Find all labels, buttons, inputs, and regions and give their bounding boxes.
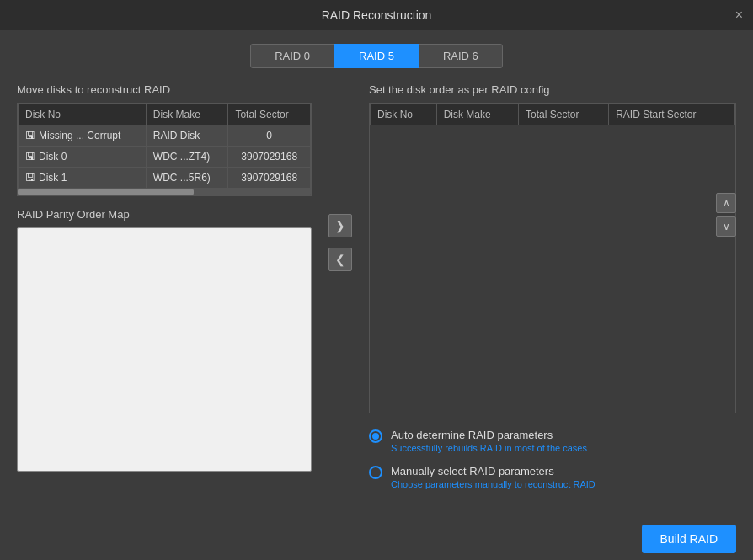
radio-manual-sub: Choose parameters manually to reconstruc… xyxy=(391,479,595,489)
tab-raid6[interactable]: RAID 6 xyxy=(419,44,503,68)
right-panel: Set the disk order as per RAID config Di… xyxy=(369,83,736,501)
left-table-header-row: Disk No Disk Make Total Sector xyxy=(19,104,311,125)
radio-manual-text: Manually select RAID parameters Choose p… xyxy=(391,465,595,489)
table-row[interactable]: 🖫Disk 0 WDC ...ZT4) 3907029168 xyxy=(19,147,311,168)
move-right-button[interactable]: ❯ xyxy=(328,214,352,237)
right-section-title: Set the disk order as per RAID config xyxy=(369,83,736,96)
right-header-diskmake: Disk Make xyxy=(436,104,518,125)
left-disk-table: Disk No Disk Make Total Sector 🖫Missing … xyxy=(18,104,311,189)
right-header-raidstartsector: RAID Start Sector xyxy=(609,104,735,125)
radio-auto-text: Auto determine RAID parameters Successfu… xyxy=(391,429,587,453)
cell-diskno: 🖫Disk 1 xyxy=(19,168,147,189)
table-row[interactable]: 🖫Missing ... Corrupt RAID Disk 0 xyxy=(19,125,311,147)
radio-auto-sub: Successfully rebuilds RAID in most of th… xyxy=(391,443,587,453)
cell-totalsector: 0 xyxy=(228,125,311,147)
main-area: Move disks to reconstruct RAID Disk No D… xyxy=(17,83,736,501)
tab-raid0[interactable]: RAID 0 xyxy=(250,44,334,68)
disk-icon: 🖫 xyxy=(25,151,35,163)
cell-diskno: 🖫Disk 0 xyxy=(19,147,147,168)
disk-icon: 🖫 xyxy=(25,130,35,141)
close-button[interactable]: × xyxy=(735,8,743,22)
right-header-diskno: Disk No xyxy=(371,104,437,125)
left-table-scroll[interactable]: Disk No Disk Make Total Sector 🖫Missing … xyxy=(18,104,311,189)
right-table-wrapper: Disk No Disk Make Total Sector RAID Star… xyxy=(369,103,736,413)
radio-section: Auto determine RAID parameters Successfu… xyxy=(369,429,736,501)
move-down-button[interactable]: ∨ xyxy=(716,216,736,237)
arrow-column: ❯ ❮ xyxy=(325,83,355,501)
cell-totalsector: 3907029168 xyxy=(228,147,311,168)
parity-section: RAID Parity Order Map xyxy=(17,208,312,501)
left-scrollbar-thumb xyxy=(18,189,194,195)
right-disk-table: Disk No Disk Make Total Sector RAID Star… xyxy=(370,104,735,125)
radio-manual-label: Manually select RAID parameters xyxy=(391,465,595,477)
build-raid-button[interactable]: Build RAID xyxy=(642,525,736,553)
tabs-row: RAID 0 RAID 5 RAID 6 xyxy=(17,44,736,68)
radio-manual-option: Manually select RAID parameters Choose p… xyxy=(369,465,736,489)
right-table-header-row: Disk No Disk Make Total Sector RAID Star… xyxy=(371,104,735,125)
cell-totalsector: 3907029168 xyxy=(228,168,311,189)
cell-diskmake: WDC ...ZT4) xyxy=(146,147,228,168)
right-header-totalsector: Total Sector xyxy=(519,104,609,125)
title-bar: RAID Reconstruction × xyxy=(0,0,753,30)
content-area: RAID 0 RAID 5 RAID 6 Move disks to recon… xyxy=(0,30,753,518)
left-panel: Move disks to reconstruct RAID Disk No D… xyxy=(17,83,312,501)
left-header-diskmake: Disk Make xyxy=(146,104,228,125)
updown-column: ∧ ∨ xyxy=(716,193,736,237)
footer: Build RAID xyxy=(0,518,753,560)
left-header-diskno: Disk No xyxy=(19,104,147,125)
left-header-totalsector: Total Sector xyxy=(228,104,311,125)
radio-auto-label: Auto determine RAID parameters xyxy=(391,429,587,441)
left-section-title: Move disks to reconstruct RAID xyxy=(17,83,312,96)
table-row[interactable]: 🖫Disk 1 WDC ...5R6) 3907029168 xyxy=(19,168,311,189)
parity-section-title: RAID Parity Order Map xyxy=(17,208,312,221)
tab-raid5[interactable]: RAID 5 xyxy=(334,44,419,68)
window: RAID Reconstruction × RAID 0 RAID 5 RAID… xyxy=(0,0,753,560)
disk-icon: 🖫 xyxy=(25,172,35,184)
cell-diskmake: RAID Disk xyxy=(146,125,228,147)
window-title: RAID Reconstruction xyxy=(322,8,432,22)
left-table-wrapper: Disk No Disk Make Total Sector 🖫Missing … xyxy=(17,103,312,196)
right-table-area: Disk No Disk Make Total Sector RAID Star… xyxy=(369,103,736,413)
move-left-button[interactable]: ❮ xyxy=(328,248,352,271)
radio-auto-option: Auto determine RAID parameters Successfu… xyxy=(369,429,736,453)
left-scrollbar[interactable] xyxy=(18,189,311,195)
cell-diskno: 🖫Missing ... Corrupt xyxy=(19,125,147,147)
radio-auto-circle[interactable] xyxy=(369,429,382,443)
cell-diskmake: WDC ...5R6) xyxy=(146,168,228,189)
parity-map-box xyxy=(17,227,312,472)
move-up-button[interactable]: ∧ xyxy=(716,193,736,213)
radio-manual-circle[interactable] xyxy=(369,466,382,479)
